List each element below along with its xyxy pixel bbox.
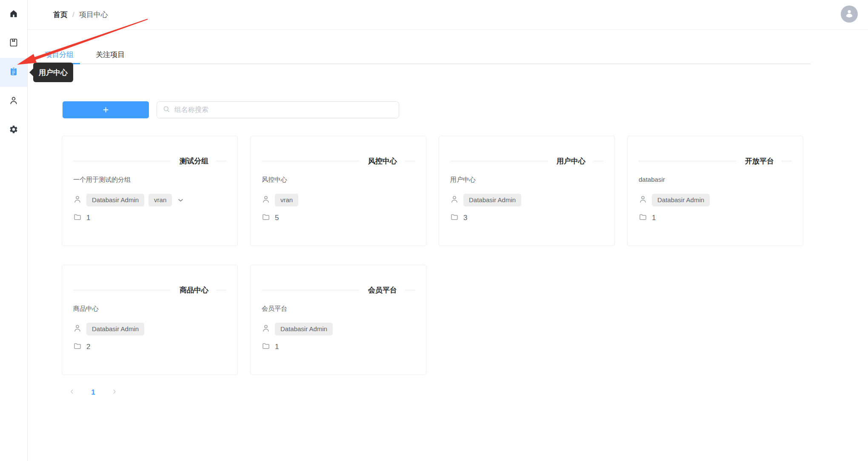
member-tag: vran — [148, 194, 172, 206]
project-group-card[interactable]: 开放平台 databasir Databasir Admin — [627, 136, 803, 246]
members-person-icon — [450, 195, 459, 205]
search-icon — [163, 105, 170, 115]
group-members-row: vran — [262, 194, 415, 206]
breadcrumb-current: 项目中心 — [79, 10, 108, 20]
divider-line — [216, 290, 226, 290]
group-title: 用户中心 — [557, 156, 585, 166]
divider-line — [782, 161, 792, 161]
chevron-down-icon[interactable] — [177, 196, 185, 204]
chevron-right-icon — [111, 388, 118, 397]
pagination-prev-button[interactable] — [65, 386, 79, 399]
group-title: 测试分组 — [180, 156, 208, 166]
project-count: 5 — [275, 214, 279, 222]
member-tag: Databasir Admin — [275, 323, 333, 335]
group-title: 会员平台 — [368, 285, 397, 295]
settings-gear-icon — [9, 125, 18, 136]
folder-icon — [262, 213, 270, 223]
current-page-number: 1 — [91, 388, 95, 397]
card-header: 开放平台 — [639, 156, 792, 166]
card-header: 测试分组 — [73, 156, 226, 166]
group-title: 开放平台 — [745, 156, 774, 166]
members-person-icon — [262, 195, 270, 205]
group-description: 会员平台 — [262, 305, 415, 312]
group-members-row: Databasir Admin — [450, 194, 603, 206]
home-icon — [9, 9, 18, 20]
project-count: 1 — [86, 214, 90, 222]
breadcrumb-home[interactable]: 首页 — [53, 10, 68, 20]
pagination: 1 — [65, 386, 121, 399]
card-header: 会员平台 — [262, 285, 415, 295]
sidebar-item-settings[interactable] — [0, 116, 27, 145]
project-count-row: 2 — [73, 342, 226, 352]
member-tags: Databasir Admin — [275, 323, 333, 335]
projects-clipboard-icon — [9, 67, 18, 78]
divider-line — [73, 161, 171, 161]
sidebar — [0, 0, 28, 461]
project-count-row: 1 — [73, 213, 226, 223]
divider-line — [262, 161, 359, 161]
project-count-row: 1 — [639, 213, 792, 223]
project-count-row: 3 — [450, 213, 603, 223]
user-avatar[interactable] — [841, 6, 858, 23]
divider-line — [405, 161, 415, 161]
project-count: 2 — [86, 343, 90, 351]
project-tabs: 项目分组 关注项目 — [38, 47, 811, 64]
divider-line — [450, 161, 548, 161]
divider-line — [73, 290, 171, 290]
card-header: 用户中心 — [450, 156, 603, 166]
member-tag: Databasir Admin — [86, 194, 144, 206]
breadcrumb: 首页 / 项目中心 — [53, 0, 108, 29]
member-tag: vran — [275, 194, 298, 206]
sidebar-item-docs[interactable] — [0, 29, 27, 58]
project-groups-grid: 测试分组 一个用于测试的分组 Databasir Adminvran — [62, 136, 803, 375]
project-count: 1 — [652, 214, 656, 222]
sidebar-item-users[interactable] — [0, 87, 27, 116]
member-tag: Databasir Admin — [463, 194, 521, 206]
group-search-input[interactable] — [174, 106, 393, 114]
divider-line — [593, 161, 603, 161]
group-description: 商品中心 — [73, 305, 226, 312]
pagination-page-1[interactable]: 1 — [86, 386, 100, 399]
group-title: 商品中心 — [180, 285, 208, 295]
project-group-card[interactable]: 商品中心 商品中心 Databasir Admin — [62, 265, 238, 375]
group-members-row: Databasir Admin — [73, 323, 226, 335]
avatar-person-icon — [844, 8, 854, 20]
members-person-icon — [73, 324, 82, 334]
top-header: 首页 / 项目中心 — [28, 0, 868, 30]
project-center-page: 首页 / 项目中心 项目分组 关注项目 + — [0, 0, 868, 461]
sidebar-item-project-center[interactable] — [0, 58, 27, 87]
group-title: 风控中心 — [368, 156, 397, 166]
user-center-tooltip: 用户中心 — [33, 63, 73, 82]
folder-icon — [450, 213, 459, 223]
members-person-icon — [639, 195, 647, 205]
breadcrumb-separator: / — [72, 11, 74, 19]
user-icon — [9, 96, 18, 107]
folder-icon — [73, 342, 82, 352]
folder-icon — [73, 213, 82, 223]
project-group-card[interactable]: 会员平台 会员平台 Databasir Admin — [250, 265, 426, 375]
project-count-row: 5 — [262, 213, 415, 223]
member-tags: Databasir Admin — [86, 323, 144, 335]
member-tags: Databasir Adminvran — [86, 194, 172, 206]
members-person-icon — [73, 195, 82, 205]
member-tags: vran — [275, 194, 298, 206]
member-tags: Databasir Admin — [652, 194, 710, 206]
members-person-icon — [262, 324, 270, 334]
card-header: 风控中心 — [262, 156, 415, 166]
tab-project-groups[interactable]: 项目分组 — [38, 47, 80, 63]
chevron-left-icon — [69, 388, 75, 397]
divider-line — [216, 161, 226, 161]
card-header: 商品中心 — [73, 285, 226, 295]
project-group-card[interactable]: 风控中心 风控中心 vran 5 — [250, 136, 426, 246]
add-group-button[interactable]: + — [63, 101, 149, 118]
sidebar-item-home[interactable] — [0, 0, 27, 29]
project-count-row: 1 — [262, 342, 415, 352]
group-members-row: Databasir Adminvran — [73, 194, 226, 206]
pagination-next-button[interactable] — [108, 386, 121, 399]
member-tag: Databasir Admin — [652, 194, 710, 206]
project-group-card[interactable]: 测试分组 一个用于测试的分组 Databasir Adminvran — [62, 136, 238, 246]
project-count: 1 — [275, 343, 279, 351]
tab-followed-projects[interactable]: 关注项目 — [89, 47, 131, 63]
group-description: databasir — [639, 176, 792, 183]
project-group-card[interactable]: 用户中心 用户中心 Databasir Admin — [439, 136, 615, 246]
